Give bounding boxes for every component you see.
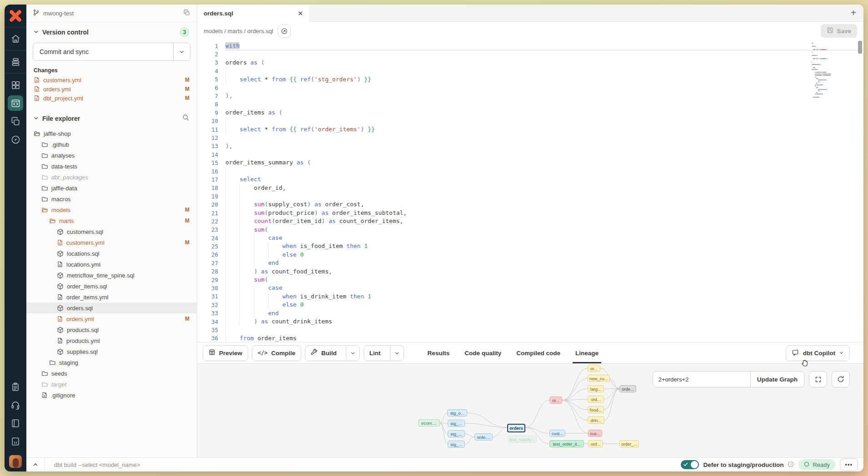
user-avatar[interactable] bbox=[9, 455, 22, 468]
tree-item-locations.sql[interactable]: locations.sql bbox=[26, 248, 197, 259]
editor-line[interactable]: 30 case bbox=[197, 284, 863, 292]
lineage-filter-input[interactable]: 2+orders+2 bbox=[653, 372, 750, 387]
lineage-panel[interactable]: ecom....stg_o...stg_...stg_...stg_...ord… bbox=[197, 363, 863, 457]
tree-item-data-tests[interactable]: data-tests bbox=[26, 161, 197, 172]
editor-line[interactable]: 1with bbox=[197, 42, 863, 50]
change-item-orders.yml[interactable]: orders.ymlM bbox=[26, 84, 197, 94]
editor-line[interactable]: 33 end bbox=[197, 309, 863, 317]
editor-line[interactable]: 4 bbox=[197, 67, 863, 75]
editor-line[interactable]: 26 else 0 bbox=[197, 251, 863, 259]
command-input[interactable]: dbt build --select <model_name> bbox=[45, 458, 681, 471]
tree-item-order_items.sql[interactable]: order_items.sql bbox=[26, 281, 197, 292]
editor-line[interactable]: 14 bbox=[197, 150, 863, 159]
editor-line[interactable]: 9order_items as ( bbox=[197, 109, 863, 117]
tree-item-products.yml[interactable]: products.yml bbox=[26, 335, 197, 346]
tree-item-target[interactable]: target bbox=[26, 379, 197, 390]
tree-item-orders.yml[interactable]: orders.ymlM bbox=[26, 313, 197, 324]
tree-item-jaffle-data[interactable]: jaffle-data bbox=[26, 183, 197, 193]
tree-item-jaffle-shop[interactable]: jaffle-shop bbox=[26, 128, 197, 139]
editor-line[interactable]: 19 bbox=[197, 192, 863, 200]
tree-item-models[interactable]: modelsM bbox=[26, 204, 197, 215]
editor-line[interactable]: 17 select bbox=[197, 175, 863, 183]
tree-item-supplies.sql[interactable]: supplies.sql bbox=[26, 346, 197, 357]
editor-line[interactable]: 16 bbox=[197, 167, 863, 175]
editor-line[interactable]: 29 sum( bbox=[197, 276, 863, 284]
tree-item-.github[interactable]: .github bbox=[26, 139, 197, 150]
compass-icon[interactable] bbox=[8, 132, 23, 147]
lineage-node-orde[interactable]: orde... bbox=[619, 385, 636, 392]
editor-line[interactable]: 15order_items_summary as ( bbox=[197, 159, 863, 167]
defer-toggle[interactable] bbox=[681, 460, 699, 469]
tree-item-seeds[interactable]: seeds bbox=[26, 368, 197, 379]
editor-line[interactable]: 23 sum( bbox=[197, 226, 863, 234]
tab-orders-sql[interactable]: orders.sql × bbox=[197, 5, 309, 22]
editor-line[interactable]: 32 else 0 bbox=[197, 301, 863, 309]
help-icon[interactable]: ? bbox=[788, 461, 794, 469]
duplicate-icon[interactable] bbox=[8, 114, 23, 129]
lineage-node-ord[interactable]: ord... bbox=[588, 396, 604, 403]
tree-item-customers.sql[interactable]: customers.sql bbox=[26, 226, 197, 237]
panel-tab-compiled-code[interactable]: Compiled code bbox=[516, 342, 560, 363]
tree-item-staging[interactable]: staging bbox=[26, 357, 197, 368]
editor-line[interactable]: 22 count(order_item_id) as count_order_i… bbox=[197, 217, 863, 225]
editor-line[interactable]: 8 bbox=[197, 100, 863, 109]
editor-line[interactable]: 25 when is_food_item then 1 bbox=[197, 242, 863, 250]
search-icon[interactable] bbox=[182, 114, 190, 123]
editor-line[interactable]: 24 case bbox=[197, 234, 863, 242]
tree-item-customers.yml[interactable]: customers.ymlM bbox=[26, 237, 197, 248]
lineage-node-new_cu[interactable]: new_cu... bbox=[588, 375, 610, 382]
clipboard-icon[interactable] bbox=[8, 379, 23, 395]
editor-line[interactable]: 5 select * from {{ ref('stg_orders') }} bbox=[197, 75, 863, 84]
lineage-node-cus[interactable]: cus... bbox=[588, 430, 602, 437]
lineage-node-cust[interactable]: cust... bbox=[549, 430, 565, 437]
compile-button[interactable]: </> Compile bbox=[252, 345, 301, 361]
panel-tab-lineage[interactable]: Lineage bbox=[575, 342, 599, 363]
expand-command-bar-icon[interactable] bbox=[26, 462, 45, 467]
copy-branch-icon[interactable] bbox=[183, 9, 190, 18]
editor-line[interactable]: 36 from order_items bbox=[197, 334, 863, 342]
terminal-card-icon[interactable] bbox=[8, 434, 23, 449]
lineage-node-ecom[interactable]: ecom.... bbox=[418, 419, 440, 426]
commit-and-sync-button[interactable]: Commit and sync bbox=[33, 43, 190, 61]
editor-line[interactable]: 11 select * from {{ ref('order_items') }… bbox=[197, 125, 863, 134]
lineage-node-stg_[interactable]: stg_... bbox=[448, 430, 465, 437]
panel-tab-results[interactable]: Results bbox=[428, 342, 450, 363]
lint-dropdown-chevron[interactable] bbox=[390, 346, 404, 361]
support-headset-icon[interactable] bbox=[8, 397, 23, 413]
refresh-button[interactable] bbox=[832, 371, 850, 387]
editor-line[interactable]: 3orders as ( bbox=[197, 59, 863, 67]
save-button[interactable]: Save bbox=[821, 24, 857, 38]
lineage-node-test_supply[interactable]: test_supply... bbox=[508, 436, 537, 443]
tree-item-order_items.yml[interactable]: order_items.yml bbox=[26, 292, 197, 302]
editor-line[interactable]: 20 sum(supply_cost) as order_cost, bbox=[197, 200, 863, 208]
lineage-node-or[interactable]: or... bbox=[549, 397, 562, 404]
minimap[interactable] bbox=[812, 43, 855, 98]
tree-item-macros[interactable]: macros bbox=[26, 193, 197, 204]
dashboard-grid-icon[interactable] bbox=[8, 77, 23, 93]
editor-line[interactable]: 34 ) as count_drink_items bbox=[197, 317, 863, 326]
tree-item-locations.yml[interactable]: locations.yml bbox=[26, 259, 197, 270]
editor-line[interactable]: 13), bbox=[197, 142, 863, 150]
editor-line[interactable]: 7), bbox=[197, 92, 863, 100]
tree-item-metricflow_time_spine.sql[interactable]: metricflow_time_spine.sql bbox=[26, 270, 197, 281]
change-item-dbt_project.yml[interactable]: dbt_project.ymlM bbox=[26, 94, 197, 103]
lineage-node-stg_[interactable]: stg_... bbox=[448, 441, 465, 448]
change-item-customers.yml[interactable]: customers.ymlM bbox=[26, 75, 197, 84]
editor-line[interactable]: 27 end bbox=[197, 259, 863, 267]
dbt-logo-icon[interactable] bbox=[8, 8, 23, 24]
scrollbar-thumb[interactable] bbox=[858, 41, 862, 54]
deploy-stack-icon[interactable] bbox=[8, 54, 23, 69]
editor-line[interactable]: 31 when is_drink_item then 1 bbox=[197, 293, 863, 301]
lineage-node-test_order_it[interactable]: test_order_it... bbox=[549, 440, 584, 447]
lineage-node-drin[interactable]: drin... bbox=[588, 416, 604, 424]
home-icon[interactable] bbox=[8, 31, 23, 46]
editor-line[interactable]: 28 ) as count_food_items, bbox=[197, 268, 863, 276]
code-editor[interactable]: 1with23orders as (45 select * from {{ re… bbox=[197, 40, 863, 342]
lineage-node-food[interactable]: food... bbox=[588, 406, 604, 413]
editor-line[interactable]: 12 bbox=[197, 134, 863, 142]
lineage-node-or[interactable]: or... bbox=[588, 365, 600, 372]
docs-book-icon[interactable] bbox=[8, 416, 23, 431]
fullscreen-button[interactable] bbox=[809, 371, 827, 387]
ide-icon[interactable] bbox=[8, 95, 23, 111]
more-options-button[interactable]: ••• bbox=[840, 458, 858, 471]
